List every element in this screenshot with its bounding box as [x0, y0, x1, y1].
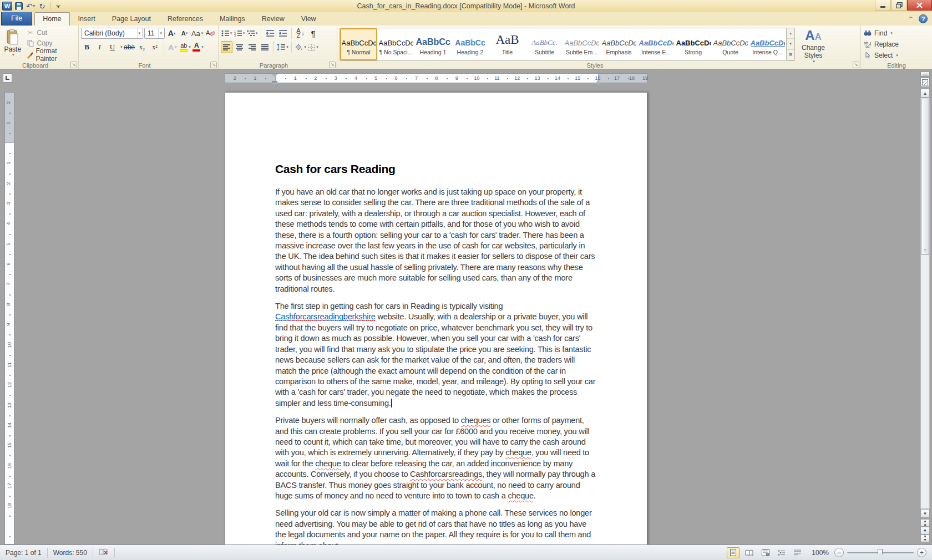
tab-stop-selector[interactable]: [3, 73, 12, 83]
style-item-subtleem[interactable]: AaBbCcDcSubtle Em...: [563, 28, 600, 60]
bold-button[interactable]: B: [81, 41, 93, 53]
shrink-font-button[interactable]: A▾: [179, 27, 190, 39]
borders-button[interactable]: ▾: [307, 41, 319, 53]
style-item-emphasis[interactable]: AaBbCcDcEmphasis: [600, 28, 637, 60]
tab-page-layout[interactable]: Page Layout: [104, 12, 159, 26]
tab-mailings[interactable]: Mailings: [211, 12, 254, 26]
highlight-color-button[interactable]: ab ▾: [180, 41, 191, 53]
tab-view[interactable]: View: [293, 12, 325, 26]
paragraph[interactable]: Private buyers will normally offer cash,…: [275, 415, 597, 501]
scrollbar-track[interactable]: [920, 98, 930, 509]
tab-review[interactable]: Review: [254, 12, 293, 26]
copy-button[interactable]: Copy: [24, 39, 77, 48]
hyperlink[interactable]: Cashforcarsreadingberkshire: [275, 312, 376, 321]
paragraph[interactable]: The first step in getting cash for cars …: [275, 301, 597, 409]
draft-view-button[interactable]: [791, 547, 804, 558]
style-item-h2[interactable]: AaBbCcHeading 2: [452, 28, 489, 60]
format-painter-button[interactable]: Format Painter: [24, 49, 77, 60]
multilevel-list-button[interactable]: ▾: [246, 27, 258, 39]
minimize-button[interactable]: [875, 0, 891, 11]
style-item-quote[interactable]: AaBbCcDcQuote: [712, 28, 749, 60]
text-effects-button[interactable]: A▾: [167, 41, 179, 53]
style-item-intenseq[interactable]: AaBbCcDcIntense Q...: [749, 28, 786, 60]
page-indicator[interactable]: Page: 1 of 1: [0, 548, 48, 558]
tab-references[interactable]: References: [159, 12, 211, 26]
strikethrough-button[interactable]: abe: [124, 41, 135, 53]
style-item-title[interactable]: AaBTitle: [489, 28, 526, 60]
change-case-button[interactable]: Aa▾: [191, 27, 203, 39]
document-page[interactable]: Cash for cars Reading If you have an old…: [225, 92, 647, 544]
style-item-nospacing[interactable]: AaBbCcDc¶ No Spaci...: [377, 28, 414, 60]
select-button[interactable]: Select▾: [863, 51, 899, 60]
tab-file[interactable]: File: [1, 12, 32, 26]
gallery-scroll-down-button[interactable]: ▾: [787, 39, 794, 49]
decrease-indent-button[interactable]: [264, 27, 276, 39]
restore-button[interactable]: [891, 0, 907, 11]
font-family-combo[interactable]: Calibri (Body)▾: [81, 28, 143, 39]
zoom-slider-thumb[interactable]: [878, 549, 883, 557]
split-window-handle[interactable]: [920, 72, 930, 77]
word-count[interactable]: Words: 550: [48, 548, 93, 558]
undo-button[interactable]: ↶▾: [26, 1, 36, 11]
outline-view-button[interactable]: [775, 547, 788, 558]
zoom-in-button[interactable]: +: [917, 548, 926, 557]
zoom-slider[interactable]: [847, 548, 914, 557]
line-spacing-button[interactable]: ▾: [277, 41, 288, 53]
zoom-out-button[interactable]: −: [834, 548, 844, 557]
tab-home[interactable]: Home: [34, 12, 69, 26]
full-screen-reading-view-button[interactable]: [743, 547, 756, 558]
font-color-button[interactable]: A ▾: [193, 41, 204, 53]
proofing-status[interactable]: [93, 548, 115, 558]
superscript-button[interactable]: x²: [149, 41, 161, 53]
underline-button[interactable]: U: [107, 41, 118, 53]
grow-font-button[interactable]: A▴: [166, 27, 178, 39]
align-right-button[interactable]: [246, 41, 258, 53]
select-browse-object-button[interactable]: ●: [920, 527, 930, 534]
show-paragraph-marks-button[interactable]: ¶: [307, 27, 319, 39]
chevron-down-icon[interactable]: ▾: [120, 45, 123, 49]
print-layout-view-button[interactable]: [727, 547, 739, 558]
clear-formatting-button[interactable]: A: [204, 27, 216, 39]
scroll-up-button[interactable]: ▲: [920, 89, 930, 98]
font-size-combo[interactable]: 11▾: [144, 28, 165, 39]
paste-button[interactable]: Paste ▾: [2, 27, 23, 60]
style-item-intenseem[interactable]: AaBbCcDcIntense E...: [637, 28, 675, 60]
redo-button[interactable]: ↻: [37, 1, 47, 11]
subscript-button[interactable]: x₂: [136, 41, 148, 53]
qat-customize-button[interactable]: ▾: [53, 1, 63, 11]
style-item-normal[interactable]: AaBbCcDc¶ Normal: [340, 28, 377, 60]
font-dialog-launcher[interactable]: ↘: [210, 62, 217, 68]
save-button[interactable]: [14, 1, 24, 11]
style-item-subtitle[interactable]: AaBbCc.Subtitle: [526, 28, 563, 60]
scroll-down-button[interactable]: ▼: [920, 509, 930, 518]
numbering-button[interactable]: 123▾: [234, 27, 245, 39]
change-styles-button[interactable]: AA Change Styles ▾: [797, 27, 830, 60]
italic-button[interactable]: I: [94, 41, 105, 53]
zoom-level[interactable]: 100%: [812, 549, 829, 557]
replace-button[interactable]: abac Replace: [863, 39, 899, 49]
previous-page-button[interactable]: ▲▲: [920, 519, 930, 527]
shading-button[interactable]: ▾: [295, 41, 306, 53]
web-layout-view-button[interactable]: [759, 547, 772, 558]
paragraph-dialog-launcher[interactable]: ↘: [329, 62, 336, 68]
align-center-button[interactable]: [234, 41, 245, 53]
styles-dialog-launcher[interactable]: ↘: [853, 62, 859, 68]
bullets-button[interactable]: ▾: [221, 27, 232, 39]
ruler-toggle-button[interactable]: [920, 78, 930, 87]
next-page-button[interactable]: ▼▼: [920, 534, 930, 542]
clipboard-dialog-launcher[interactable]: ↘: [70, 62, 77, 68]
cut-button[interactable]: ✂ Cut: [24, 28, 77, 37]
gallery-scroll-up-button[interactable]: ▴: [787, 28, 794, 39]
gallery-more-button[interactable]: ☰: [787, 50, 794, 60]
paragraph[interactable]: If you have an old car that no longer wo…: [275, 187, 597, 294]
help-button[interactable]: ?: [919, 14, 928, 23]
style-item-strong[interactable]: AaBbCcDcStrong: [675, 28, 712, 60]
left-indent-marker[interactable]: [272, 81, 277, 83]
document-heading[interactable]: Cash for cars Reading: [275, 162, 597, 176]
style-item-h1[interactable]: AaBbCcHeading 1: [414, 28, 452, 60]
justify-button[interactable]: [259, 41, 271, 53]
find-button[interactable]: Find▾: [863, 28, 899, 38]
align-left-button[interactable]: [221, 41, 232, 53]
word-logo-icon[interactable]: W: [2, 2, 12, 11]
paragraph[interactable]: Selling your old car is now simply a mat…: [275, 508, 597, 544]
